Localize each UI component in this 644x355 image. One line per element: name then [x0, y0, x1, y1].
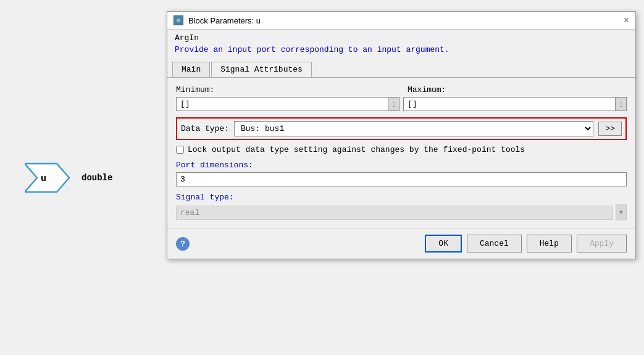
dialog-title: Block Parameters: u [188, 16, 261, 25]
maximum-label: Maximum: [395, 85, 627, 94]
lock-row: Lock output data type setting against ch… [176, 145, 627, 154]
help-button[interactable]: Help [527, 235, 572, 253]
dialog-icon: ▤ [174, 15, 183, 25]
block-output-type: double [82, 173, 112, 183]
svg-marker-0 [25, 164, 69, 192]
minimum-label: Minimum: [176, 85, 395, 94]
block-description: Provide an input port corresponding to a… [167, 44, 635, 59]
minimum-input[interactable] [177, 98, 388, 111]
maximum-input[interactable] [404, 98, 615, 111]
datatype-row: Data type: Bus: bus1 >> [176, 117, 627, 140]
cancel-button[interactable]: Cancel [467, 235, 522, 253]
maximum-input-group: ⋮ [403, 97, 627, 111]
bottom-bar: ? OK Cancel Help Apply [167, 228, 635, 259]
signal-type-input [176, 206, 613, 220]
datatype-select[interactable]: Bus: bus1 [234, 121, 593, 136]
datatype-arrow-btn[interactable]: >> [598, 122, 622, 136]
signal-type-dropdown[interactable]: ▼ [616, 204, 627, 220]
apply-button[interactable]: Apply [577, 235, 627, 253]
tabs-bar: Main Signal Attributes [167, 59, 635, 78]
dialog-titlebar: ▤ Block Parameters: u × [167, 12, 635, 30]
min-max-labels-row: Minimum: Maximum: [176, 85, 627, 94]
help-icon-btn[interactable]: ? [176, 237, 190, 251]
ok-button[interactable]: OK [425, 235, 462, 253]
datatype-label: Data type: [181, 124, 229, 133]
tab-content: Minimum: Maximum: ⋮ ⋮ Data type: Bus: bu… [167, 78, 635, 228]
dialog-content: ArgIn Provide an input port correspondin… [167, 30, 635, 259]
maximum-menu-btn[interactable]: ⋮ [615, 98, 626, 111]
lock-checkbox[interactable] [176, 146, 184, 154]
block-shape: u [25, 161, 74, 194]
titlebar-left: ▤ Block Parameters: u [174, 15, 261, 25]
tab-signal-attributes[interactable]: Signal Attributes [211, 62, 312, 77]
dialog-block-parameters: ▤ Block Parameters: u × ArgIn Provide an… [167, 11, 636, 259]
port-dimensions-label: Port dimensions: [176, 161, 627, 170]
minimum-input-group: ⋮ [176, 97, 399, 111]
bottom-buttons: OK Cancel Help Apply [425, 235, 627, 253]
close-button[interactable]: × [624, 15, 629, 25]
tab-main[interactable]: Main [172, 62, 210, 77]
block-u-label: u [41, 173, 46, 184]
lock-label: Lock output data type setting against ch… [188, 145, 525, 154]
min-max-inputs-row: ⋮ ⋮ [176, 97, 627, 111]
block-diagram: u double [25, 161, 112, 194]
block-type-label: ArgIn [167, 30, 635, 44]
minimum-menu-btn[interactable]: ⋮ [388, 98, 399, 111]
port-dimensions-input[interactable] [176, 172, 627, 186]
signal-type-label: Signal type: [176, 193, 627, 202]
